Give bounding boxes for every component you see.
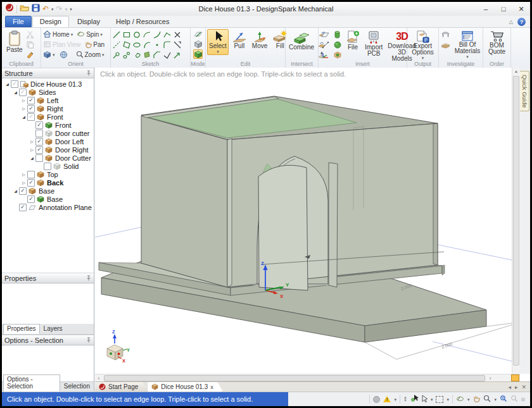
visibility-checkbox[interactable]: ✓ xyxy=(19,204,27,211)
tab-layers[interactable]: Layers xyxy=(40,324,66,334)
tree-item-solid[interactable]: Solid xyxy=(2,162,94,170)
insert-cylinder-icon[interactable] xyxy=(332,30,342,39)
close-button[interactable]: ✕ xyxy=(512,3,530,15)
tree-item-door-cutter[interactable]: Door cutter xyxy=(2,129,94,137)
scroll-left-icon[interactable]: ‹ xyxy=(95,375,103,381)
tree-item-annotation-plane[interactable]: ✓Annotation Plane xyxy=(2,203,94,211)
tab-help-resources[interactable]: Help / Resources xyxy=(108,16,177,27)
tree-item-top[interactable]: ▷Top xyxy=(2,170,94,178)
close-tab-icon[interactable]: x xyxy=(210,384,213,390)
sketch-spline-icon[interactable] xyxy=(163,51,172,60)
box-select-dropdown-icon[interactable]: ▾ xyxy=(446,397,449,402)
qat-customize-icon[interactable]: ▾ xyxy=(70,7,72,11)
zoom-view-icon[interactable] xyxy=(483,393,491,405)
viewport[interactable]: Click an object. Double-click to select … xyxy=(95,68,530,381)
select-cursor-icon[interactable] xyxy=(422,393,428,405)
visibility-checkbox[interactable] xyxy=(35,130,43,137)
sketch-line-icon[interactable] xyxy=(112,30,122,40)
sketch-rectangle-icon[interactable] xyxy=(122,30,132,40)
sketch-polyline-icon[interactable] xyxy=(163,30,172,40)
import-pcb-button[interactable]: Import PCB xyxy=(363,29,384,58)
sketch-arc-icon[interactable] xyxy=(142,30,152,40)
tab-scroll-left-icon[interactable]: ◂ xyxy=(508,384,511,390)
spin-view-icon[interactable] xyxy=(456,393,464,405)
sketch-tangent-line-icon[interactable] xyxy=(112,51,122,60)
tab-scroll-right-icon[interactable]: ▸ xyxy=(515,384,518,390)
insert-axis-icon[interactable] xyxy=(320,40,330,49)
warnings-dropdown-icon[interactable]: ▾ xyxy=(394,397,396,402)
tree-expander-icon[interactable]: ▷ xyxy=(20,98,27,102)
measure-icon[interactable] xyxy=(441,30,450,39)
export-options-button[interactable]: Export Options▾ xyxy=(407,29,438,61)
pin-icon[interactable] xyxy=(86,275,91,282)
insert-plane-icon[interactable] xyxy=(320,30,330,39)
tree-expander-icon[interactable]: ◢ xyxy=(4,82,11,86)
value-spinner-icon[interactable]: ▲▼ xyxy=(403,396,407,402)
save-icon[interactable] xyxy=(32,3,40,15)
insert-file-button[interactable]: File xyxy=(344,29,362,52)
minimize-button[interactable]: – xyxy=(477,3,495,15)
tab-design[interactable]: Design xyxy=(32,16,69,27)
visibility-checkbox[interactable]: ✓ xyxy=(27,97,35,104)
pull-button[interactable]: Pull xyxy=(230,29,249,51)
visibility-checkbox[interactable]: ✓ xyxy=(27,113,35,121)
visibility-checkbox[interactable]: ✓ xyxy=(27,179,35,187)
tree-expander-icon[interactable]: ▷ xyxy=(20,172,27,176)
snap-view-icon[interactable] xyxy=(59,50,68,59)
scroll-right-icon[interactable]: › xyxy=(486,375,494,381)
select-dropdown-icon[interactable]: ▾ xyxy=(431,397,433,402)
split-view-widget[interactable] xyxy=(511,374,519,381)
tree-expander-icon[interactable]: ▷ xyxy=(28,147,35,152)
visibility-checkbox[interactable]: ✓ xyxy=(19,89,27,96)
sketch-spiral-icon[interactable] xyxy=(132,51,142,60)
visibility-checkbox[interactable]: ✓ xyxy=(27,105,35,113)
horizontal-scrollbar[interactable]: ‹ › xyxy=(95,374,520,381)
undo-icon[interactable]: ↶ xyxy=(42,5,49,13)
tree-expander-icon[interactable]: ◢ xyxy=(20,114,27,119)
undo-dropdown-icon[interactable]: ▾ xyxy=(51,7,54,11)
tree-item-front[interactable]: ✓Front xyxy=(2,121,94,129)
tree-expander-icon[interactable]: ◢ xyxy=(12,90,19,94)
pin-icon[interactable] xyxy=(86,70,91,77)
tree-expander-icon[interactable]: ▷ xyxy=(20,180,27,185)
visibility-checkbox[interactable]: ✓ xyxy=(27,195,35,203)
visibility-checkbox[interactable]: ✓ xyxy=(35,138,43,145)
horizontal-scrollbar-thumb[interactable] xyxy=(104,375,485,381)
visibility-checkbox[interactable]: ✓ xyxy=(11,80,18,88)
tree-item-dice-house-01-3[interactable]: ◢✓Dice House 01.3 xyxy=(2,80,94,88)
tree-item-sides[interactable]: ◢✓Sides xyxy=(2,88,94,96)
tab-display[interactable]: Display xyxy=(70,16,108,27)
tab-properties[interactable]: Properties xyxy=(3,324,40,334)
visibility-checkbox[interactable] xyxy=(35,154,43,162)
sketch-chamfer-icon[interactable] xyxy=(153,51,162,60)
open-file-icon[interactable] xyxy=(20,3,29,15)
tree-item-right[interactable]: ▷✓Right xyxy=(2,104,94,113)
sketch-two-circles-icon[interactable] xyxy=(122,51,132,60)
tree-item-base[interactable]: ◢✓Base xyxy=(2,187,94,195)
bill-of-materials-button[interactable]: Bill Of Materials▾ xyxy=(452,29,483,60)
view-cube-button[interactable]: ▾ xyxy=(43,49,55,59)
sketch-sweep-arc-icon[interactable] xyxy=(153,30,162,40)
redo-dropdown-icon[interactable]: ▾ xyxy=(65,7,68,11)
tab-start-page[interactable]: Start Page xyxy=(95,382,148,392)
tree-item-front[interactable]: ◢✓Front xyxy=(2,113,94,121)
bom-quote-button[interactable]: BOM Quote xyxy=(483,29,510,56)
vertical-scrollbar-thumb[interactable] xyxy=(513,76,519,366)
resize-grip[interactable] xyxy=(521,398,525,401)
help-icon[interactable]: ? xyxy=(517,18,526,26)
sketch-rotated-rectangle-icon[interactable] xyxy=(122,40,132,50)
sketch-dimension-icon[interactable] xyxy=(173,51,182,60)
tree-item-door-right[interactable]: ▷✓Door Right xyxy=(2,145,94,154)
zoom-dropdown-icon[interactable]: ▾ xyxy=(494,397,497,402)
paste-button[interactable]: Paste xyxy=(4,29,25,54)
sketch-mode-icon[interactable] xyxy=(193,29,203,39)
sketch-circle-icon[interactable] xyxy=(132,30,142,40)
sketch-trim-icon[interactable] xyxy=(173,30,182,40)
solid-mode-icon[interactable] xyxy=(193,49,203,59)
pin-icon[interactable] xyxy=(86,337,91,344)
visibility-checkbox[interactable]: ✓ xyxy=(35,121,43,129)
spin-tool-button[interactable]: Spin▾ xyxy=(77,29,103,39)
combine-button[interactable]: Combine xyxy=(287,29,316,52)
viewport-canvas[interactable]: 2.000 2.000 Z X Y Z Y xyxy=(95,68,512,374)
orientation-cube-triad[interactable]: Z Y X xyxy=(107,329,130,364)
